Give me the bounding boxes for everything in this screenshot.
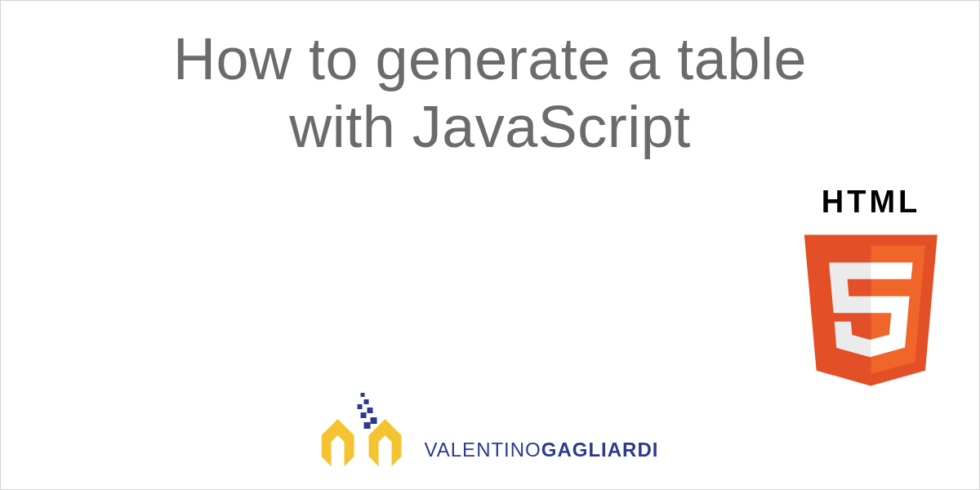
page-title: How to generate a table with JavaScript: [122, 25, 858, 161]
html5-shield-icon: [795, 225, 947, 396]
html5-label: HTML: [795, 185, 947, 220]
author-last-name: GAGLIARDI: [541, 439, 659, 461]
author-first-name: VALENTINO: [425, 439, 541, 461]
svg-rect-0: [361, 393, 365, 397]
svg-rect-2: [358, 404, 363, 409]
author-icon: [322, 393, 412, 466]
svg-rect-1: [364, 399, 369, 404]
author-logo: VALENTINOGAGLIARDI: [322, 393, 659, 466]
html5-logo: HTML: [795, 185, 947, 399]
svg-rect-4: [361, 412, 367, 418]
svg-rect-6: [364, 422, 371, 429]
author-name: VALENTINOGAGLIARDI: [425, 439, 659, 466]
svg-rect-3: [368, 408, 373, 413]
svg-rect-5: [371, 417, 377, 424]
